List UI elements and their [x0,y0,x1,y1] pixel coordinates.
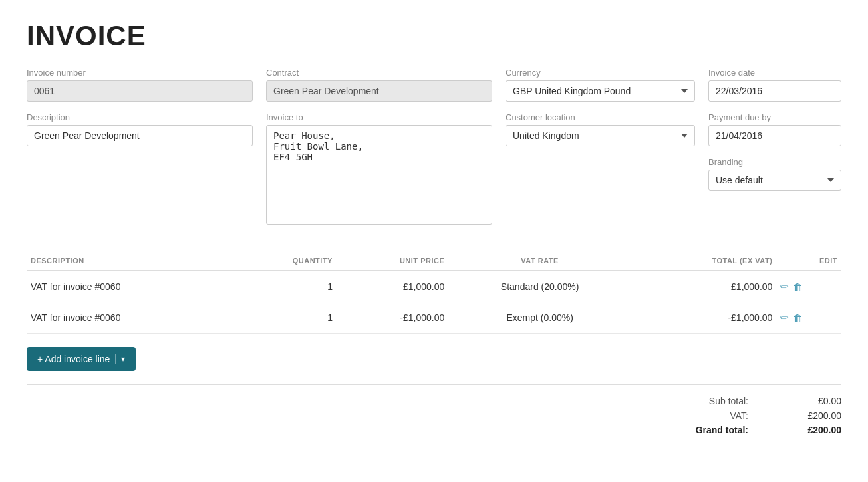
grand-total-row: Grand total: £200.00 [682,425,841,435]
totals-section: Sub total: £0.00 VAT: £200.00 Grand tota… [27,384,841,435]
branding-group: Branding Use defaultCustom [708,157,841,191]
edit-icon[interactable]: ✏ [780,312,789,324]
table-header-row: DESCRIPTION QUANTITY UNIT PRICE VAT RATE… [27,251,841,271]
row-vat-rate: Exempt (0.00%) [448,302,631,334]
delete-icon[interactable]: 🗑 [793,312,803,324]
add-invoice-line-button[interactable]: + Add invoice line ▾ [27,347,136,371]
payment-due-label: Payment due by [708,112,841,122]
row-total-ex-vat: -£1,000.00 [631,302,776,334]
row-total-ex-vat: £1,000.00 [631,271,776,302]
currency-select[interactable]: GBP United Kingdom PoundUSD United State… [506,80,695,102]
sub-total-value: £0.00 [788,396,841,406]
customer-location-group: Customer location United KingdomUnited S… [506,112,695,225]
invoice-date-input[interactable] [708,80,841,102]
col-header-unit-price: UNIT PRICE [337,251,448,271]
row-quantity: 1 [235,302,337,334]
delete-icon[interactable]: 🗑 [793,281,803,293]
col-header-description: DESCRIPTION [27,251,235,271]
row-edit-actions: ✏ 🗑 [776,271,841,302]
branding-label: Branding [708,157,841,167]
invoice-to-group: Invoice to Pear House, Fruit Bowl Lane, … [266,112,492,225]
payment-due-input[interactable] [708,125,841,146]
table-row: VAT for invoice #0060 1 -£1,000.00 Exemp… [27,302,841,334]
invoice-date-group: Invoice date [708,68,841,102]
sub-total-label: Sub total: [682,396,748,406]
currency-label: Currency [506,68,695,78]
payment-due-group: Payment due by [708,112,841,146]
currency-group: Currency GBP United Kingdom PoundUSD Uni… [506,68,695,102]
description-label: Description [27,112,253,122]
invoice-number-input [27,80,253,102]
branding-select[interactable]: Use defaultCustom [708,170,841,191]
col-header-total-ex-vat: TOTAL (EX VAT) [631,251,776,271]
col-header-quantity: QUANTITY [235,251,337,271]
right-column: Payment due by Branding Use defaultCusto… [708,112,841,225]
invoice-date-label: Invoice date [708,68,841,78]
col-header-vat-rate: VAT RATE [448,251,631,271]
col-header-edit: EDIT [776,251,841,271]
customer-location-label: Customer location [506,112,695,122]
invoice-number-label: Invoice number [27,68,253,78]
invoice-table: DESCRIPTION QUANTITY UNIT PRICE VAT RATE… [27,251,841,334]
invoice-number-group: Invoice number [27,68,253,102]
row-unit-price: £1,000.00 [337,271,448,302]
grand-total-label: Grand total: [682,425,748,435]
vat-label: VAT: [682,410,748,421]
grand-total-value: £200.00 [788,425,841,435]
contract-label: Contract [266,68,492,78]
row-edit-actions: ✏ 🗑 [776,302,841,334]
invoice-to-textarea[interactable]: Pear House, Fruit Bowl Lane, EF4 5GH [266,125,492,225]
description-input[interactable] [27,125,253,146]
invoice-form: Invoice number Contract Currency GBP Uni… [27,68,841,225]
add-line-dropdown-arrow: ▾ [115,354,125,364]
contract-input [266,80,492,102]
page-title: INVOICE [27,20,841,52]
invoice-to-label: Invoice to [266,112,492,122]
row-quantity: 1 [235,271,337,302]
row-vat-rate: Standard (20.00%) [448,271,631,302]
vat-row: VAT: £200.00 [682,410,841,421]
contract-group: Contract [266,68,492,102]
row-description: VAT for invoice #0060 [27,302,235,334]
description-group: Description [27,112,253,225]
row-description: VAT for invoice #0060 [27,271,235,302]
add-line-label: + Add invoice line [37,354,110,364]
table-row: VAT for invoice #0060 1 £1,000.00 Standa… [27,271,841,302]
row-unit-price: -£1,000.00 [337,302,448,334]
edit-icon[interactable]: ✏ [780,281,789,293]
sub-total-row: Sub total: £0.00 [682,396,841,406]
vat-value: £200.00 [788,410,841,421]
customer-location-select[interactable]: United KingdomUnited StatesGermanyFrance [506,125,695,146]
